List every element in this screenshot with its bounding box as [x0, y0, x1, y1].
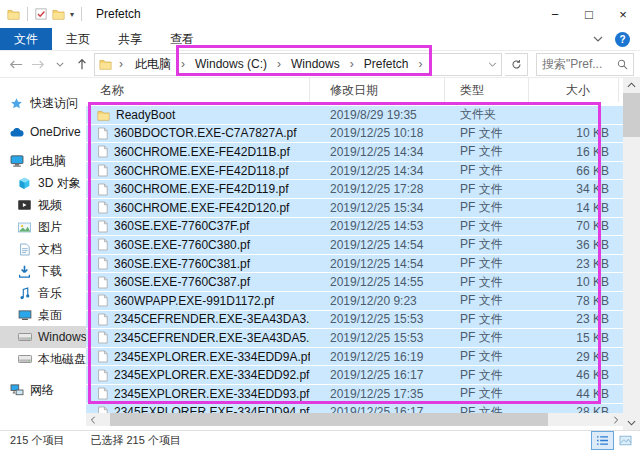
minimize-button[interactable]: −	[538, 0, 572, 28]
file-row[interactable]: ReadyBoot 2019/8/29 19:35 文件夹	[86, 106, 623, 124]
refresh-icon[interactable]	[505, 53, 528, 76]
forward-button[interactable]	[28, 53, 47, 75]
vertical-scrollbar[interactable]	[623, 78, 640, 430]
breadcrumb-separator[interactable]: ›	[347, 57, 357, 71]
file-row[interactable]: 360SE.EXE-7760C37F.pf 2019/12/25 14:53 P…	[86, 218, 623, 236]
file-list: ReadyBoot 2019/8/29 19:35 文件夹 360BDOCTOR…	[86, 102, 623, 413]
music-icon	[17, 287, 32, 300]
large-icons-view-button[interactable]	[614, 431, 637, 450]
ribbon-tabs: 文件 主页 共享 查看	[0, 28, 208, 50]
vertical-scroll-thumb[interactable]	[623, 93, 640, 137]
file-row[interactable]: 360CHROME.EXE-FE42D118.pf 2019/12/25 14:…	[86, 162, 623, 180]
file-row[interactable]: 360SE.EXE-7760C381.pf 2019/12/25 14:54 P…	[86, 255, 623, 273]
file-icon	[97, 276, 108, 289]
up-button[interactable]	[72, 53, 91, 75]
desktop-icon	[17, 310, 32, 321]
search-input[interactable]: 搜索"Pref...	[536, 53, 634, 76]
drive-icon	[17, 355, 32, 363]
horizontal-scroll-thumb[interactable]	[110, 413, 548, 426]
scroll-right-arrow-icon[interactable]	[609, 413, 623, 426]
breadcrumb-item-prefetch[interactable]: Prefetch	[359, 55, 414, 73]
breadcrumb-separator[interactable]: ›	[178, 57, 188, 71]
sidebar-item-music[interactable]: 音乐	[0, 282, 86, 304]
video-icon	[17, 200, 32, 210]
file-row[interactable]: 360WPAPP.EXE-991D1172.pf 2019/12/20 9:23…	[86, 292, 623, 310]
breadcrumb-separator[interactable]: ›	[274, 57, 284, 71]
new-folder-icon[interactable]	[52, 8, 65, 20]
close-button[interactable]: ×	[606, 0, 640, 28]
network-icon	[9, 384, 24, 396]
tab-home[interactable]: 主页	[52, 28, 104, 50]
sidebar-item-3d-objects[interactable]: 3D 对象	[0, 172, 86, 194]
file-row[interactable]: 2345EXPLORER.EXE-334EDD9A.pf 2019/12/25 …	[86, 348, 623, 366]
column-header-name[interactable]: 名称	[86, 78, 310, 102]
scroll-down-arrow-icon[interactable]	[623, 416, 640, 430]
column-header-date[interactable]: 修改日期	[310, 78, 445, 102]
sidebar-item-local-disk[interactable]: 本地磁盘	[0, 348, 86, 370]
address-input[interactable]: › 此电脑 › Windows (C:) › Windows › Prefetc…	[94, 53, 502, 76]
column-headers: 名称 修改日期 类型 大小	[86, 78, 623, 102]
file-row[interactable]: 2345EXPLORER.EXE-334EDD94.pf 2019/12/25 …	[86, 404, 623, 414]
back-button[interactable]	[6, 53, 25, 75]
sidebar-item-onedrive[interactable]: OneDrive	[0, 121, 86, 143]
file-icon	[97, 164, 108, 177]
star-icon	[9, 97, 24, 110]
file-row[interactable]: 360CHROME.EXE-FE42D11B.pf 2019/12/25 14:…	[86, 143, 623, 161]
tab-file[interactable]: 文件	[0, 28, 52, 50]
selection-count: 已选择 215 个项目	[90, 433, 180, 448]
file-icon	[97, 257, 108, 270]
column-header-type[interactable]: 类型	[445, 78, 529, 102]
file-row[interactable]: 2345EXPLORER.EXE-334EDD93.pf 2019/12/25 …	[86, 385, 623, 403]
horizontal-scrollbar[interactable]	[86, 413, 623, 426]
file-icon	[97, 387, 108, 400]
breadcrumb-separator[interactable]: ›	[415, 57, 425, 71]
file-row[interactable]: 360BDOCTOR.EXE-C7A7827A.pf 2019/12/25 10…	[86, 125, 623, 143]
status-bar: 215 个项目 已选择 215 个项目	[0, 430, 640, 450]
file-row[interactable]: 2345CEFRENDER.EXE-3EA43DA3.pf 2019/12/25…	[86, 311, 623, 329]
sidebar-item-quick-access[interactable]: 快速访问	[0, 92, 86, 114]
sidebar-item-network[interactable]: 网络	[0, 379, 86, 401]
scroll-up-arrow-icon[interactable]	[623, 78, 640, 92]
recent-locations-chevron-icon[interactable]	[50, 53, 69, 75]
file-row[interactable]: 360CHROME.EXE-FE42D119.pf 2019/12/25 17:…	[86, 180, 623, 198]
sidebar-item-videos[interactable]: 视频	[0, 194, 86, 216]
sidebar-item-pictures[interactable]: 图片	[0, 216, 86, 238]
address-dropdown-chevron-icon[interactable]	[488, 62, 497, 67]
scroll-left-arrow-icon[interactable]	[86, 413, 100, 426]
expand-ribbon-chevron-icon[interactable]	[593, 36, 603, 42]
sidebar-item-this-pc[interactable]: 此电脑	[0, 150, 86, 172]
file-icon	[97, 294, 108, 307]
help-icon[interactable]: ?	[615, 32, 630, 47]
pc-icon	[9, 155, 24, 167]
quick-access-toolbar: ▾ Prefetch	[0, 7, 141, 21]
tab-share[interactable]: 共享	[104, 28, 156, 50]
file-row[interactable]: 2345EXPLORER.EXE-334EDD92.pf 2019/12/25 …	[86, 366, 623, 384]
sidebar-item-desktop[interactable]: 桌面	[0, 304, 86, 326]
sidebar-item-windows-c[interactable]: Windows (C:)	[0, 326, 86, 348]
ribbon-tab-bar: 文件 主页 共享 查看 ?	[0, 28, 640, 51]
window-controls: − □ ×	[538, 0, 640, 28]
properties-icon[interactable]	[35, 8, 47, 20]
file-row[interactable]: 360CHROME.EXE-FE42D120.pf 2019/12/25 15:…	[86, 199, 623, 217]
maximize-button[interactable]: □	[572, 0, 606, 28]
breadcrumb-item-windows-c[interactable]: Windows (C:)	[190, 55, 272, 73]
file-icon	[97, 406, 108, 413]
cloud-icon	[9, 128, 24, 137]
file-icon	[97, 331, 108, 344]
file-row[interactable]: 2345CEFRENDER.EXE-3EA43DA5.pf 2019/12/25…	[86, 329, 623, 347]
file-icon	[97, 127, 108, 140]
file-row[interactable]: 360SE.EXE-7760C380.pf 2019/12/25 14:54 P…	[86, 236, 623, 254]
breadcrumb-item-windows[interactable]: Windows	[286, 55, 345, 73]
folder-icon	[7, 8, 20, 20]
file-icon	[97, 313, 108, 326]
customize-toolbar-arrow-icon[interactable]: ▾	[70, 10, 74, 19]
document-icon	[17, 243, 32, 256]
details-view-button[interactable]	[591, 431, 614, 450]
file-row[interactable]: 360SE.EXE-7760C387.pf 2019/12/25 14:55 P…	[86, 273, 623, 291]
sidebar-item-downloads[interactable]: 下载	[0, 260, 86, 282]
breadcrumb-item-this-pc[interactable]: 此电脑	[130, 54, 176, 75]
tab-view[interactable]: 查看	[156, 28, 208, 50]
address-bar: › 此电脑 › Windows (C:) › Windows › Prefetc…	[0, 51, 640, 78]
column-header-size[interactable]: 大小	[529, 78, 619, 102]
sidebar-item-documents[interactable]: 文档	[0, 238, 86, 260]
